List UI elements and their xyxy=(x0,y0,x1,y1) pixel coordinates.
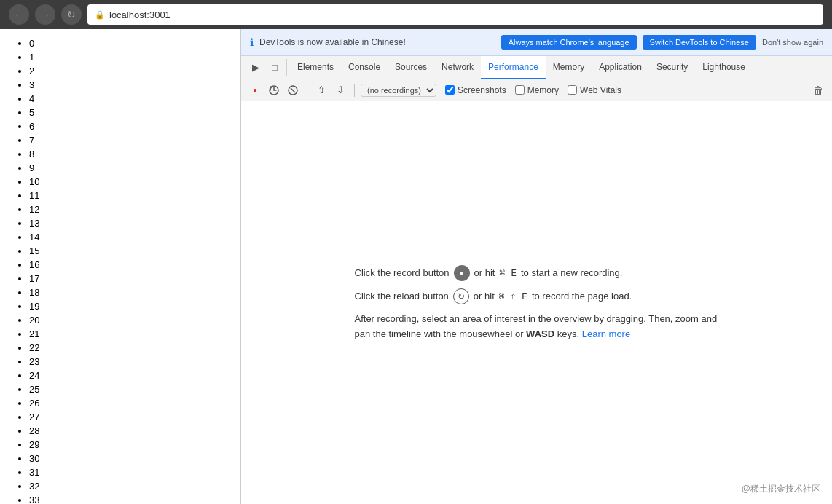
list-item: 26 xyxy=(29,396,225,410)
list-item: 2 xyxy=(29,64,225,78)
main-layout: 0123456789101112131415161718192021222324… xyxy=(0,29,832,504)
memory-checkbox[interactable] xyxy=(515,85,525,95)
record-instruction-pre: Click the record button xyxy=(355,264,450,283)
list-item: 24 xyxy=(29,369,225,382)
list-item: 23 xyxy=(29,355,225,369)
forward-button[interactable]: → xyxy=(35,4,55,25)
tab-security[interactable]: Security xyxy=(649,56,695,79)
reload-profile-button[interactable] xyxy=(266,82,282,98)
stop-button[interactable] xyxy=(285,82,301,98)
device-toolbar-icon[interactable]: □ xyxy=(266,59,283,76)
list-item: 3 xyxy=(29,78,225,92)
match-language-button[interactable]: Always match Chrome's language xyxy=(501,35,637,50)
web-vitals-checkbox[interactable] xyxy=(568,85,577,95)
list-item: 18 xyxy=(29,286,225,299)
list-item: 20 xyxy=(29,313,225,327)
performance-toolbar: ● ⇧ ⇩ (no recordings) xyxy=(241,79,832,101)
tab-console[interactable]: Console xyxy=(341,56,388,79)
list-item: 32 xyxy=(29,479,225,493)
lock-icon: 🔒 xyxy=(95,10,105,20)
list-item: 27 xyxy=(29,410,225,424)
list-item: 29 xyxy=(29,438,225,452)
tab-bar: ▶ □ Elements Console Sources Network Per… xyxy=(241,56,832,79)
list-item: 9 xyxy=(29,161,225,175)
tab-sources[interactable]: Sources xyxy=(388,56,434,79)
reload-instruction-cmd: ⌘ ⇧ E xyxy=(499,287,527,306)
list-item: 25 xyxy=(29,382,225,396)
after-recording-instruction: After recording, select an area of inter… xyxy=(355,312,719,342)
info-banner: ℹ DevTools is now available in Chinese! … xyxy=(241,29,832,56)
banner-message: DevTools is now available in Chinese! xyxy=(259,37,495,47)
list-item: 31 xyxy=(29,465,225,479)
list-item: 28 xyxy=(29,424,225,438)
svg-line-2 xyxy=(291,88,295,92)
tab-memory[interactable]: Memory xyxy=(546,56,592,79)
address-bar[interactable]: 🔒 localhost:3001 xyxy=(87,4,823,25)
info-icon: ℹ xyxy=(250,36,254,48)
list-item: 4 xyxy=(29,92,225,106)
list-item: 6 xyxy=(29,119,225,133)
inspect-icon[interactable]: ▶ xyxy=(247,59,264,76)
reload-button[interactable]: ↻ xyxy=(61,4,82,25)
web-vitals-label: Web Vitals xyxy=(580,85,621,95)
screenshots-checkbox-label[interactable]: Screenshots xyxy=(445,85,506,95)
list-item: 30 xyxy=(29,452,225,465)
list-item: 19 xyxy=(29,299,225,313)
after-recording-post: keys. xyxy=(557,328,579,339)
reload-instruction-pre: Click the reload button xyxy=(355,287,449,306)
reload-inline-icon: ↻ xyxy=(453,288,469,304)
memory-checkbox-label[interactable]: Memory xyxy=(515,85,559,95)
tab-bar-icons: ▶ □ xyxy=(244,59,287,76)
list-item: 8 xyxy=(29,147,225,161)
watermark: @稀土掘金技术社区 xyxy=(742,483,820,495)
record-instruction-mid: or hit xyxy=(474,264,495,283)
list-item: 15 xyxy=(29,244,225,258)
upload-profile-button[interactable]: ⇧ xyxy=(313,82,329,98)
reload-instruction-post: to record the page load. xyxy=(532,287,632,306)
reload-instruction-mid: or hit xyxy=(474,287,495,306)
list-item: 16 xyxy=(29,258,225,272)
record-inline-icon: ● xyxy=(454,265,470,281)
page-content: 0123456789101112131415161718192021222324… xyxy=(0,29,240,504)
back-button[interactable]: ← xyxy=(9,4,29,25)
page-list: 0123456789101112131415161718192021222324… xyxy=(15,36,225,504)
list-item: 7 xyxy=(29,133,225,147)
web-vitals-checkbox-label[interactable]: Web Vitals xyxy=(568,85,621,95)
list-item: 1 xyxy=(29,50,225,64)
list-item: 33 xyxy=(29,493,225,504)
clear-recordings-button[interactable]: 🗑 xyxy=(810,82,826,98)
performance-instructions: Click the record button ● or hit ⌘ E to … xyxy=(355,264,719,342)
memory-label: Memory xyxy=(527,85,559,95)
checkbox-group: Screenshots Memory Web Vitals xyxy=(445,85,621,95)
list-item: 5 xyxy=(29,106,225,119)
list-item: 13 xyxy=(29,216,225,230)
learn-more-link[interactable]: Learn more xyxy=(582,328,630,339)
record-instruction-cmd: ⌘ E xyxy=(499,264,516,283)
wasd-text: WASD xyxy=(526,328,554,339)
download-profile-button[interactable]: ⇩ xyxy=(332,82,348,98)
record-button[interactable]: ● xyxy=(247,82,263,98)
list-item: 12 xyxy=(29,202,225,216)
performance-main-area: Click the record button ● or hit ⌘ E to … xyxy=(241,101,832,504)
screenshots-label: Screenshots xyxy=(458,85,506,95)
recordings-select[interactable]: (no recordings) xyxy=(361,84,436,97)
tab-network[interactable]: Network xyxy=(434,56,481,79)
reload-instruction: Click the reload button ↻ or hit ⌘ ⇧ E t… xyxy=(355,287,719,306)
list-item: 14 xyxy=(29,230,225,244)
list-item: 0 xyxy=(29,36,225,50)
list-item: 22 xyxy=(29,341,225,355)
tab-application[interactable]: Application xyxy=(592,56,649,79)
tab-elements[interactable]: Elements xyxy=(290,56,341,79)
browser-chrome: ← → ↻ 🔒 localhost:3001 xyxy=(0,0,832,29)
list-item: 21 xyxy=(29,327,225,341)
url-text: localhost:3001 xyxy=(109,9,170,20)
devtools-panel: ℹ DevTools is now available in Chinese! … xyxy=(240,29,832,504)
screenshots-checkbox[interactable] xyxy=(445,85,455,95)
dont-show-again-button[interactable]: Don't show again xyxy=(762,38,823,47)
record-instruction-post: to start a new recording. xyxy=(521,264,622,283)
tab-performance[interactable]: Performance xyxy=(481,56,546,79)
toolbar-divider-1 xyxy=(307,84,307,97)
list-item: 11 xyxy=(29,189,225,202)
switch-language-button[interactable]: Switch DevTools to Chinese xyxy=(643,35,756,50)
tab-lighthouse[interactable]: Lighthouse xyxy=(695,56,753,79)
